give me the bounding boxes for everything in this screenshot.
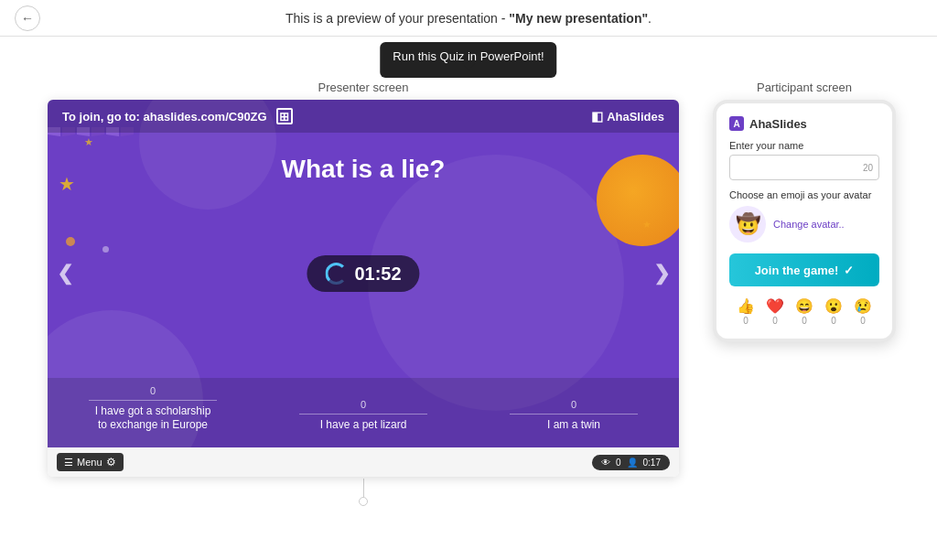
avatar-label: Choose an emoji as your avatar [729,189,879,200]
avatar-row: 🤠 Change avatar.. [729,206,879,242]
heart-count: 0 [772,316,778,326]
answer-divider-3 [510,414,638,415]
hamburger-icon: ☰ [64,457,73,468]
projection-stand [359,479,368,506]
heart-icon: ❤️ [766,297,784,315]
laugh-count: 0 [802,316,807,326]
presentation-name: "My new presentation" [509,11,648,26]
join-bar: To join, go to: ahaslides.com/C90ZG ⊞ ◧ … [48,100,679,133]
join-text: To join, go to: ahaslides.com/C90ZG ⊞ [62,108,293,124]
main-content: Presenter screen ★ ★ ★ [0,51,937,506]
sad-count: 0 [860,316,866,326]
change-avatar-link[interactable]: Change avatar.. [773,219,845,230]
star-deco-3: ★ [642,219,652,231]
answer-item-1: 0 I have got a scholarshipto exchange in… [89,385,217,433]
reaction-wow[interactable]: 😮 0 [824,297,843,326]
menu-label: Menu [77,457,102,468]
answer-divider-1 [89,400,217,401]
answer-text-1: I have got a scholarshipto exchange in E… [95,404,211,433]
answer-count-2: 0 [361,399,366,410]
players-count: 0:17 [643,458,661,468]
laugh-icon: 😄 [795,297,813,315]
answer-count-3: 0 [571,399,576,410]
checkmark-icon: ✓ [844,264,854,277]
answer-divider-2 [299,414,427,415]
answers-row: 0 I have got a scholarshipto exchange in… [48,385,679,433]
stand-circle [359,497,368,506]
stats-bar: 👁 0 👤 0:17 [592,455,670,470]
timer: 01:52 [307,255,419,292]
avatar-emoji: 🤠 [729,206,766,242]
timer-ring-icon [325,263,347,285]
brand-name-text: AhaSlides [607,110,664,124]
ppt-tooltip-container: Run this Quiz in PowerPoint! [380,42,556,78]
top-bar: ← This is a preview of your presentation… [0,0,937,37]
thumbsup-count: 0 [743,316,749,326]
viewers-icon: 👁 [601,458,610,468]
presenter-frame: ★ ★ ★ To join, go to [48,100,679,477]
join-label: To join, go to: [62,110,144,124]
answers-section: 0 I have got a scholarshipto exchange in… [48,378,679,447]
wow-count: 0 [831,316,836,326]
dot-deco-1 [66,237,75,246]
reaction-laugh[interactable]: 😄 0 [795,297,813,326]
quiz-question: What is a lie? [48,155,679,184]
preview-text: This is a preview of your presentation -… [285,11,652,26]
star-deco-2: ★ [84,136,93,148]
phone-frame: A AhaSlides Enter your name 20 Choose an… [713,100,896,342]
preview-label: This is a preview of your presentation - [285,11,509,26]
answer-text-2: I have a pet lizard [320,418,407,433]
menu-button[interactable]: ☰ Menu ⚙ [57,453,124,471]
phone-brand-name: AhaSlides [749,117,807,131]
participant-section: Participant screen A AhaSlides Enter you… [708,51,900,506]
timer-value: 01:52 [354,264,401,285]
phone-brand-logo: A [729,116,744,131]
wow-icon: 😮 [824,297,843,315]
join-button-label: Join the game! [755,264,839,277]
phone-brand: A AhaSlides [729,116,879,131]
presenter-screen: ★ ★ ★ To join, go to [48,100,679,447]
thumbsup-icon: 👍 [737,297,755,315]
presenter-label: Presenter screen [318,81,409,94]
ppt-tooltip-button[interactable]: Run this Quiz in PowerPoint! [380,42,556,78]
qr-icon: ⊞ [276,108,293,124]
answer-item-2: 0 I have a pet lizard [299,399,427,433]
settings-icon: ⚙ [106,456,116,468]
sad-icon: 😢 [854,297,872,315]
reaction-thumbsup[interactable]: 👍 0 [737,297,755,326]
answer-count-1: 0 [150,385,156,396]
players-icon: 👤 [627,458,638,468]
reactions-row: 👍 0 ❤️ 0 😄 0 😮 0 😢 0 [729,297,879,326]
viewers-count: 0 [616,458,621,468]
join-game-button[interactable]: Join the game! ✓ [729,253,879,286]
join-url: ahaslides.com/C90ZG [144,110,267,124]
reaction-heart[interactable]: ❤️ 0 [766,297,784,326]
brand-logo: ◧ AhaSlides [591,109,664,124]
participant-label: Participant screen [757,81,852,94]
period: . [648,11,652,26]
dot-deco-2 [102,246,109,253]
reaction-sad[interactable]: 😢 0 [854,297,872,326]
presenter-section: Presenter screen ★ ★ ★ [37,51,690,506]
nav-prev-button[interactable]: ❮ [57,262,73,285]
name-input-label: Enter your name [729,140,879,151]
answer-item-3: 0 I am a twin [510,399,638,433]
name-input-field[interactable]: 20 [729,155,879,180]
stand-line [363,479,364,497]
nav-next-button[interactable]: ❯ [653,262,670,285]
avatar-emoji-char: 🤠 [736,212,760,236]
back-button[interactable]: ← [15,5,40,31]
presenter-bottom-bar: ☰ Menu ⚙ 👁 0 👤 0:17 [48,447,679,477]
char-count: 20 [863,163,873,173]
answer-text-3: I am a twin [547,418,600,433]
